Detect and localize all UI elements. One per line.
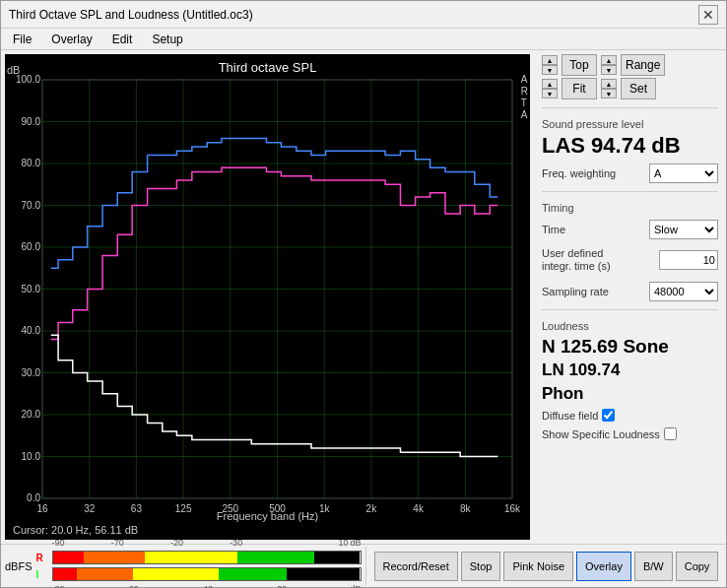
r-meter-bar [52,551,362,564]
set-up-btn[interactable]: ▲ [601,79,617,89]
dbfs-label: dBFS [5,560,33,572]
sampling-rate-select[interactable]: 44100 48000 96000 [649,282,718,301]
set-down-btn[interactable]: ▼ [601,89,617,98]
range-button[interactable]: Range [621,54,665,76]
set-button[interactable]: Set [621,78,656,99]
chart-x-label: Frequency band (Hz) [5,510,530,522]
fit-down-btn[interactable]: ▼ [542,89,558,98]
menu-overlay[interactable]: Overlay [47,32,96,47]
spl-value: LAS 94.74 dB [542,134,718,158]
freq-weighting-select[interactable]: A B C Z [649,163,718,183]
divider [365,547,366,585]
menu-file[interactable]: File [9,32,35,47]
copy-button[interactable]: Copy [676,552,719,581]
top-button[interactable]: Top [562,54,597,76]
bottom-bar: dBFS -90 -70 -20 -30 10 dB R [1,544,726,587]
show-specific-row: Show Specific Loudness [542,427,718,440]
loudness-n-value: N 125.69 Sone [542,336,718,358]
sampling-rate-row: Sampling rate 44100 48000 96000 [542,282,718,301]
close-button[interactable]: ✕ [698,5,718,25]
user-defined-input[interactable] [659,250,718,270]
timing-section-label: Timing [542,202,718,214]
pink-noise-button[interactable]: Pink Noise [503,552,573,581]
freq-weighting-label: Freq. weighting [542,167,616,179]
loudness-section-label: Loudness [542,320,718,332]
time-row: Time Slow Fast Impulse [542,220,718,239]
fit-button[interactable]: Fit [562,78,597,99]
r-channel-row: R [36,550,362,565]
top-up-btn[interactable]: ▲ [542,55,558,65]
window-title: Third Octave SPL and Loudness (Untitled.… [9,8,253,22]
main-window: Third Octave SPL and Loudness (Untitled.… [0,0,727,588]
show-specific-label: Show Specific Loudness [542,428,660,440]
fit-spinner: ▲ ▼ [542,79,558,98]
top-controls: ▲ ▼ Top ▲ ▼ Range [542,54,718,76]
fit-controls: ▲ ▼ Fit ▲ ▼ Set [542,78,718,99]
loudness-phon-value: Phon [542,384,718,404]
l-channel-label: I [36,569,50,580]
r-channel-label: R [36,553,50,563]
user-defined-label: User definedintegr. time (s) [542,247,611,273]
bw-button[interactable]: B/W [634,552,673,581]
top-spinner: ▲ ▼ [542,55,558,75]
title-bar: Third Octave SPL and Loudness (Untitled.… [1,1,726,29]
record-reset-button[interactable]: Record/Reset [374,552,458,581]
diffuse-field-row: Diffuse field [542,409,718,422]
time-label: Time [542,224,565,235]
l-channel-row: I [36,566,362,582]
chart-area: Third octave SPL ARTA Frequency band (Hz… [5,54,530,540]
menu-bar: File Overlay Edit Setup [1,29,726,50]
cursor-label: Cursor: 20.0 Hz, 56.11 dB [13,524,138,536]
range-spinner: ▲ ▼ [601,55,617,75]
freq-weighting-row: Freq. weighting A B C Z [542,163,718,183]
l-meter-bar [52,567,362,581]
spl-section-label: Sound pressure level [542,118,718,130]
diffuse-field-label: Diffuse field [542,410,598,422]
chart-canvas [5,54,530,540]
menu-edit[interactable]: Edit [108,32,137,47]
user-defined-row: User definedintegr. time (s) [542,247,718,273]
show-specific-checkbox[interactable] [664,427,677,440]
stop-button[interactable]: Stop [461,552,501,581]
arta-label: ARTA [521,74,528,121]
loudness-ln-value: LN 109.74 [542,360,718,380]
top-down-btn[interactable]: ▼ [542,65,558,75]
chart-title: Third octave SPL [5,56,530,77]
set-spinner: ▲ ▼ [601,79,617,98]
bottom-buttons: Record/Reset Stop Pink Noise Overlay B/W… [374,552,719,581]
diffuse-field-checkbox[interactable] [602,409,615,422]
sidebar: ▲ ▼ Top ▲ ▼ Range ▲ ▼ Fit ▲ ▼ [534,50,726,544]
fit-up-btn[interactable]: ▲ [542,79,558,89]
range-up-btn[interactable]: ▲ [601,55,617,65]
range-down-btn[interactable]: ▼ [601,65,617,75]
time-select[interactable]: Slow Fast Impulse [649,220,718,239]
sampling-rate-label: Sampling rate [542,286,609,297]
main-content: Third octave SPL ARTA Frequency band (Hz… [1,50,726,544]
overlay-button[interactable]: Overlay [576,552,631,581]
menu-setup[interactable]: Setup [148,32,186,47]
level-meter: -90 -70 -20 -30 10 dB R I [36,538,362,588]
